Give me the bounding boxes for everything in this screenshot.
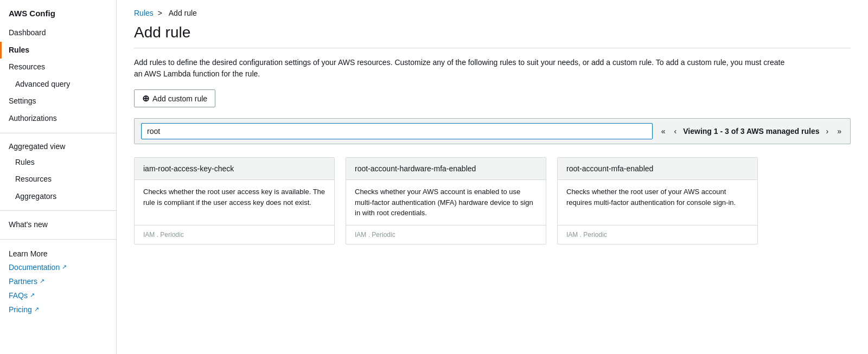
documentation-label: Documentation: [9, 263, 60, 272]
app-title: AWS Config: [0, 9, 116, 24]
sidebar-item-agg-resources[interactable]: Resources: [0, 171, 116, 188]
rule-card-2-name: root-account-hardware-mfa-enabled: [346, 158, 546, 180]
rule-card-3-name: root-account-mfa-enabled: [558, 158, 757, 180]
sidebar-divider-3: [0, 239, 116, 240]
pagination-info: « ‹ Viewing 1 - 3 of 3 AWS managed rules…: [659, 126, 844, 137]
sidebar-item-resources[interactable]: Resources: [0, 59, 116, 76]
breadcrumb-separator: >: [158, 9, 162, 17]
main-content: Rules > Add rule Add rule Add rules to d…: [117, 0, 868, 354]
pagination-prev-button[interactable]: ‹: [672, 126, 679, 137]
sidebar-item-settings[interactable]: Settings: [0, 93, 116, 110]
breadcrumb-current: Add rule: [169, 9, 197, 17]
pagination-next-button[interactable]: ›: [824, 126, 831, 137]
pagination-last-button[interactable]: »: [835, 126, 844, 137]
rule-card-2[interactable]: root-account-hardware-mfa-enabled Checks…: [346, 157, 546, 244]
partners-label: Partners: [9, 277, 37, 286]
rule-card-3[interactable]: root-account-mfa-enabled Checks whether …: [557, 157, 758, 244]
faqs-label: FAQs: [9, 291, 28, 300]
sidebar-item-agg-rules[interactable]: Rules: [0, 154, 116, 171]
rule-card-1-tags: IAM . Periodic: [135, 225, 334, 244]
sidebar-item-authorizations[interactable]: Authorizations: [0, 110, 116, 127]
add-custom-rule-button[interactable]: ⊕ Add custom rule: [134, 89, 215, 107]
sidebar-link-pricing[interactable]: Pricing ↗: [0, 302, 116, 317]
add-custom-button-label: Add custom rule: [152, 94, 207, 103]
aggregated-view-title: Aggregated view: [0, 139, 116, 154]
rule-card-2-description: Checks whether your AWS account is enabl…: [346, 180, 546, 225]
rules-grid: iam-root-access-key-check Checks whether…: [134, 157, 851, 244]
plus-icon: ⊕: [142, 93, 149, 104]
breadcrumb-parent[interactable]: Rules: [134, 9, 154, 17]
sidebar-item-agg-aggregators[interactable]: Aggregators: [0, 188, 116, 205]
sidebar-item-advanced-query[interactable]: Advanced query: [0, 76, 116, 93]
pagination-text: Viewing 1 - 3 of 3 AWS managed rules: [683, 127, 819, 136]
rule-card-3-tags: IAM . Periodic: [558, 225, 757, 244]
rule-card-1-description: Checks whether the root user access key …: [135, 180, 334, 225]
external-link-icon-partners: ↗: [40, 278, 44, 285]
sidebar-item-rules[interactable]: Rules: [0, 42, 116, 59]
learn-more-title: Learn More: [0, 247, 116, 260]
sidebar-link-faqs[interactable]: FAQs ↗: [0, 288, 116, 302]
external-link-icon-faqs: ↗: [30, 292, 35, 299]
search-input[interactable]: [141, 123, 653, 139]
page-description: Add rules to define the desired configur…: [134, 57, 785, 80]
sidebar-item-whats-new[interactable]: What's new: [0, 216, 116, 234]
sidebar: AWS Config Dashboard Rules Resources Adv…: [0, 0, 117, 354]
sidebar-divider-1: [0, 133, 116, 133]
pricing-label: Pricing: [9, 305, 32, 314]
sidebar-link-documentation[interactable]: Documentation ↗: [0, 260, 116, 274]
external-link-icon-pricing: ↗: [34, 306, 39, 313]
breadcrumb: Rules > Add rule: [134, 9, 851, 17]
external-link-icon-documentation: ↗: [62, 263, 67, 271]
search-bar-row: « ‹ Viewing 1 - 3 of 3 AWS managed rules…: [134, 118, 851, 144]
rule-card-3-description: Checks whether the root user of your AWS…: [558, 180, 757, 225]
rule-card-1[interactable]: iam-root-access-key-check Checks whether…: [134, 157, 335, 244]
sidebar-link-partners[interactable]: Partners ↗: [0, 274, 116, 288]
page-title: Add rule: [134, 24, 851, 41]
rule-card-1-name: iam-root-access-key-check: [135, 158, 334, 180]
pagination-first-button[interactable]: «: [659, 126, 668, 137]
title-divider: [134, 48, 851, 48]
rule-card-2-tags: IAM . Periodic: [346, 225, 546, 244]
sidebar-item-dashboard[interactable]: Dashboard: [0, 24, 116, 42]
sidebar-divider-2: [0, 210, 116, 211]
